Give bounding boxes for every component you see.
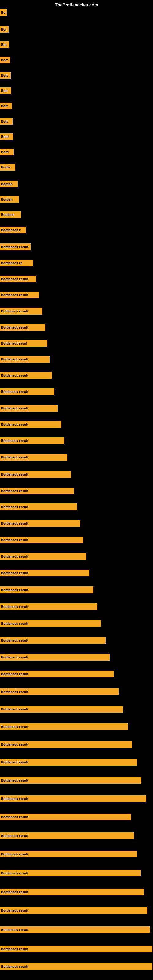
bar-label: Bottleneck result (1, 655, 28, 659)
bar-item: Bottleneck result (0, 488, 74, 494)
bar-label: Bottleneck result (1, 622, 28, 625)
site-title: TheBottlenecker.com (55, 2, 98, 7)
bar-label: Bottleneck result (1, 890, 28, 894)
bar: Bott (0, 118, 13, 125)
bar-label: Bottleneck result (1, 852, 28, 856)
bar-label: Bo (1, 11, 5, 14)
bar: Bo (0, 9, 7, 16)
bar: Bottleneck result (0, 851, 137, 858)
bar-item: Bottle (0, 164, 15, 170)
bar-item: Bottleneck result (0, 570, 89, 576)
bar: Bottleneck result (0, 963, 152, 970)
bar: Bottleneck result (0, 291, 39, 298)
bar-item: Bottleneck result (0, 946, 152, 953)
bar: Bottleneck result (0, 356, 49, 363)
bar-item: Bottleneck result (0, 536, 83, 543)
bar: Bottleneck result (0, 889, 144, 896)
bar: Bott (0, 72, 11, 79)
bar: Bottleneck resul (0, 340, 48, 347)
bar: Bot (0, 26, 9, 33)
bar-label: Bot (1, 27, 6, 31)
bar: Bottle (0, 164, 15, 170)
bar-item: Bottleneck result (0, 243, 30, 250)
bar: Bottleneck result (0, 308, 42, 315)
bar-item: Bottleneck result (0, 870, 141, 877)
bar-label: Bottleneck result (1, 690, 28, 694)
bar: Bottleneck result (0, 795, 146, 802)
bar-item: Bottleneck result (0, 706, 123, 713)
bar: Bottleneck result (0, 488, 74, 494)
bar: Bottl (0, 133, 13, 140)
bar-item: Bott (0, 103, 12, 109)
bar-label: Bottleneck result (1, 588, 28, 592)
bar-item: Bottlen (0, 196, 19, 203)
bar-label: Bottleneck result (1, 571, 28, 575)
bar: Bottleneck result (0, 520, 80, 527)
bar: Bottleneck result (0, 536, 83, 543)
bar-item: Bott (0, 57, 10, 64)
bar-label: Bottleneck result (1, 834, 28, 838)
bar-item: Bottleneck result (0, 637, 105, 644)
bar-label: Bottleneck result (1, 423, 28, 426)
bar-item: Bottlen (0, 181, 18, 188)
bar-item: Bottleneck result (0, 926, 150, 933)
bar-label: Bottleneck result (1, 277, 28, 281)
bar-label: Bottleneck result (1, 725, 28, 729)
bar: Bottlen (0, 181, 18, 188)
bar: Bottleneck result (0, 654, 110, 660)
bar-label: Bottleneck result (1, 374, 28, 377)
bar: Bottleneck result (0, 324, 45, 331)
bar-label: Bottleneck result (1, 605, 28, 609)
bar-label: Bottleneck result (1, 309, 28, 313)
bar-item: Bottleneck result (0, 356, 49, 363)
bar-label: Bottleneck result (1, 672, 28, 676)
bar: Bottleneck re (0, 260, 33, 266)
bar-item: Bottleneck result (0, 388, 54, 395)
bar-item: Bottleneck result (0, 421, 61, 428)
bar-item: Bottleneck result (0, 291, 39, 298)
bar-label: Bott (1, 73, 8, 77)
bar-item: Bottleneck result (0, 963, 152, 970)
bar-label: Bottleneck re (1, 261, 22, 265)
bar-label: Bottl (1, 150, 9, 154)
bar-label: Bottleneck result (1, 908, 28, 912)
bar-item: Bottleneck r (0, 227, 26, 233)
bar-item: Bottleneck result (0, 689, 119, 695)
bar-label: Bottleneck result (1, 797, 28, 800)
bar-item: Bottleneck result (0, 741, 132, 748)
bar-item: Bottleneck result (0, 907, 148, 914)
bar-label: Bottleneck result (1, 708, 28, 711)
bar: Bottleneck result (0, 587, 93, 593)
bar: Bottleneck result (0, 671, 114, 678)
bar-item: Bottleneck result (0, 324, 45, 331)
bar: Bottleneck result (0, 689, 119, 695)
bar: Bottleneck result (0, 926, 150, 933)
bar-item: Bottleneck result (0, 777, 141, 784)
bar-label: Bott (1, 89, 8, 92)
bar: Bottleneck result (0, 741, 132, 748)
bar-item: Bottleneck result (0, 553, 86, 560)
bar-item: Bottleneck resul (0, 340, 48, 347)
bar: Bottleneck result (0, 723, 128, 730)
bar-label: Bottleneck result (1, 326, 28, 329)
bar-label: Bottleneck result (1, 947, 28, 951)
bar-label: Bottleneck result (1, 522, 28, 525)
bar-item: Bottleneck result (0, 851, 137, 858)
bar-label: Bottleneck result (1, 245, 28, 249)
bar: Bottleneck r (0, 227, 26, 233)
bar: Bottleneck result (0, 243, 30, 250)
bar-label: Bottleneck result (1, 760, 28, 764)
bar: Bottl (0, 148, 14, 155)
bar-item: Bottl (0, 133, 13, 140)
bar-item: Bottleneck result (0, 471, 71, 478)
bar: Bottleneck result (0, 870, 141, 877)
bar: Bottleneck result (0, 275, 36, 282)
bar-item: Bottleneck result (0, 275, 36, 282)
bar-label: Bottlen (1, 197, 13, 201)
bar: Bottleneck result (0, 421, 61, 428)
bar-label: Bottleneck result (1, 489, 28, 493)
bar-item: Bottleneck re (0, 260, 33, 266)
bar: Bott (0, 87, 11, 94)
bar-label: Bottleneck result (1, 293, 28, 297)
bar: Bottleneck result (0, 907, 148, 914)
